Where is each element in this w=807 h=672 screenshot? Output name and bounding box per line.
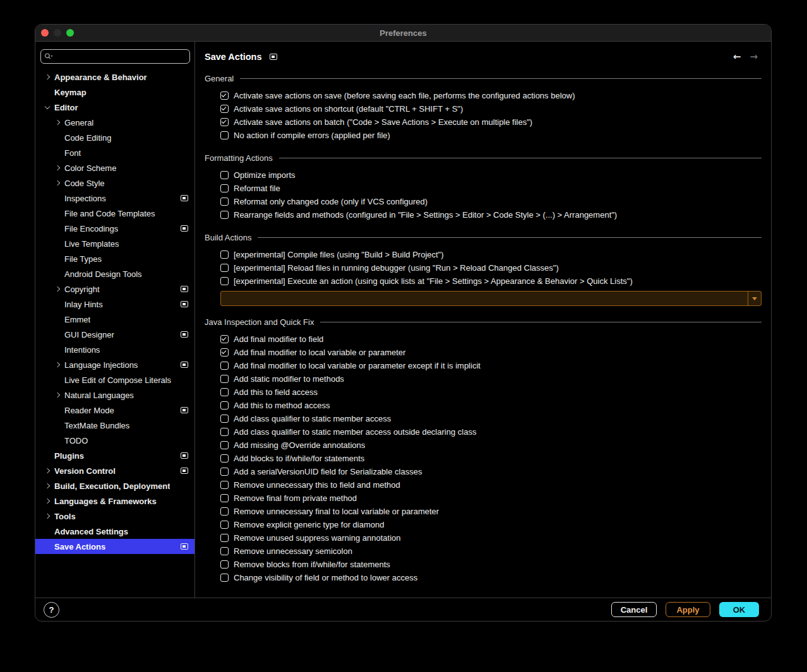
sidebar-item-languages-frameworks[interactable]: Languages & Frameworks <box>35 493 194 509</box>
sidebar-item-save-actions[interactable]: Save Actions <box>35 539 194 554</box>
checkbox-unchecked[interactable] <box>220 277 229 285</box>
sidebar-item-build-execution-deployment[interactable]: Build, Execution, Deployment <box>35 478 194 493</box>
sidebar-item-natural-languages[interactable]: Natural Languages <box>35 387 194 403</box>
checkbox-unchecked[interactable] <box>220 468 229 476</box>
checkbox-row-remove-unnecessary-final-to-local-variable-or-pa[interactable]: Remove unnecessary final to local variab… <box>220 505 762 518</box>
checkbox-row-add-a-serialversionuid-field-for-serializable-cl[interactable]: Add a serialVersionUID field for Seriali… <box>220 465 762 478</box>
checkbox-row-experimental-reload-files-in-running-debugger-us[interactable]: [experimental] Reload files in running d… <box>220 261 762 274</box>
checkbox-row-no-action-if-compile-errors-applied-per-file[interactable]: No action if compile errors (applied per… <box>220 129 762 142</box>
chevron-right-icon[interactable] <box>56 363 64 367</box>
checkbox-unchecked[interactable] <box>220 388 229 396</box>
sidebar-item-appearance-behavior[interactable]: Appearance & Behavior <box>35 69 194 85</box>
checkbox-unchecked[interactable] <box>220 441 229 449</box>
checkbox-unchecked[interactable] <box>220 171 229 179</box>
checkbox-row-experimental-compile-files-using-build-build-pro[interactable]: [experimental] Compile files (using "Bui… <box>220 248 762 261</box>
sidebar-item-plugins[interactable]: Plugins <box>35 448 194 463</box>
checkbox-unchecked[interactable] <box>220 401 229 410</box>
checkbox-unchecked[interactable] <box>220 481 229 489</box>
sidebar-item-file-types[interactable]: File Types <box>35 251 194 266</box>
checkbox-row-remove-unnecessary-this-to-field-and-method[interactable]: Remove unnecessary this to field and met… <box>220 478 762 492</box>
sidebar-item-copyright[interactable]: Copyright <box>35 281 194 297</box>
checkbox-row-add-final-modifier-to-local-variable-or-paramete[interactable]: Add final modifier to local variable or … <box>220 346 762 359</box>
sidebar-item-code-style[interactable]: Code Style <box>35 175 194 191</box>
checkbox-unchecked[interactable] <box>220 534 229 542</box>
chevron-right-icon[interactable] <box>56 287 64 291</box>
sidebar-item-todo[interactable]: TODO <box>35 433 194 448</box>
checkbox-row-add-this-to-method-access[interactable]: Add this to method access <box>220 399 762 412</box>
sidebar-item-live-templates[interactable]: Live Templates <box>35 236 194 251</box>
sidebar-item-editor[interactable]: Editor <box>35 100 194 115</box>
quick-list-dropdown[interactable] <box>220 291 762 306</box>
sidebar-item-emmet[interactable]: Emmet <box>35 312 194 327</box>
chevron-right-icon[interactable] <box>56 166 64 170</box>
checkbox-row-activate-save-actions-on-batch-code-save-actions[interactable]: Activate save actions on batch ("Code > … <box>220 115 762 129</box>
checkbox-unchecked[interactable] <box>220 362 229 370</box>
checkbox-unchecked[interactable] <box>220 184 229 192</box>
ok-button[interactable]: OK <box>719 602 759 617</box>
chevron-right-icon[interactable] <box>56 121 64 124</box>
back-arrow-icon[interactable]: ← <box>733 51 741 62</box>
checkbox-unchecked[interactable] <box>220 574 229 582</box>
checkbox-unchecked[interactable] <box>220 211 229 219</box>
sidebar-item-general[interactable]: General <box>35 115 194 130</box>
sidebar-item-keymap[interactable]: Keymap <box>35 85 194 100</box>
sidebar-item-textmate-bundles[interactable]: TextMate Bundles <box>35 418 194 433</box>
chevron-right-icon[interactable] <box>45 499 54 503</box>
forward-arrow-icon[interactable]: → <box>750 51 758 62</box>
checkbox-checked[interactable] <box>220 105 229 113</box>
cancel-button[interactable]: Cancel <box>611 602 657 617</box>
checkbox-row-activate-save-actions-on-shortcut-default-ctrl-s[interactable]: Activate save actions on shortcut (defau… <box>220 102 762 115</box>
checkbox-unchecked[interactable] <box>220 131 229 139</box>
sidebar-item-file-encodings[interactable]: File Encodings <box>35 221 194 236</box>
checkbox-row-experimental-execute-an-action-using-quick-lists[interactable]: [experimental] Execute an action (using … <box>220 274 762 288</box>
checkbox-checked[interactable] <box>220 91 229 100</box>
sidebar-item-advanced-settings[interactable]: Advanced Settings <box>35 524 194 539</box>
checkbox-unchecked[interactable] <box>220 197 229 206</box>
checkbox-unchecked[interactable] <box>220 560 229 569</box>
checkbox-row-activate-save-actions-on-save-before-saving-each[interactable]: Activate save actions on save (before sa… <box>220 89 762 102</box>
sidebar-item-reader-mode[interactable]: Reader Mode <box>35 403 194 418</box>
chevron-right-icon[interactable] <box>56 181 64 185</box>
chevron-down-icon[interactable] <box>45 107 54 109</box>
checkbox-unchecked[interactable] <box>220 507 229 516</box>
checkbox-row-add-final-modifier-to-field[interactable]: Add final modifier to field <box>220 333 762 346</box>
checkbox-row-remove-blocks-from-if-while-for-statements[interactable]: Remove blocks from if/while/for statemen… <box>220 558 762 571</box>
checkbox-row-remove-explicit-generic-type-for-diamond[interactable]: Remove explicit generic type for diamond <box>220 518 762 531</box>
sidebar-item-live-edit-of-compose-literals[interactable]: Live Edit of Compose Literals <box>35 372 194 387</box>
sidebar-item-font[interactable]: Font <box>35 145 194 160</box>
checkbox-unchecked[interactable] <box>220 521 229 529</box>
apply-button[interactable]: Apply <box>666 602 710 617</box>
checkbox-row-add-this-to-field-access[interactable]: Add this to field access <box>220 386 762 399</box>
checkbox-row-add-blocks-to-if-while-for-statements[interactable]: Add blocks to if/while/for statements <box>220 452 762 465</box>
checkbox-row-rearrange-fields-and-methods-configured-in-file-[interactable]: Rearrange fields and methods (configured… <box>220 208 762 221</box>
checkbox-row-add-static-modifier-to-methods[interactable]: Add static modifier to methods <box>220 372 762 386</box>
sidebar-item-gui-designer[interactable]: GUI Designer <box>35 327 194 342</box>
checkbox-checked[interactable] <box>220 118 229 126</box>
checkbox-unchecked[interactable] <box>220 264 229 272</box>
checkbox-checked[interactable] <box>220 335 229 343</box>
checkbox-row-remove-final-from-private-method[interactable]: Remove final from private method <box>220 492 762 505</box>
chevron-right-icon[interactable] <box>45 75 54 79</box>
checkbox-row-add-final-modifier-to-local-variable-or-paramete[interactable]: Add final modifier to local variable or … <box>220 359 762 372</box>
checkbox-unchecked[interactable] <box>220 547 229 555</box>
checkbox-row-change-visibility-of-field-or-method-to-lower-ac[interactable]: Change visibility of field or method to … <box>220 571 762 584</box>
checkbox-unchecked[interactable] <box>220 251 229 259</box>
checkbox-row-remove-unused-suppress-warning-annotation[interactable]: Remove unused suppress warning annotatio… <box>220 531 762 545</box>
checkbox-row-optimize-imports[interactable]: Optimize imports <box>220 168 762 182</box>
sidebar-item-inspections[interactable]: Inspections <box>35 191 194 206</box>
sidebar-item-color-scheme[interactable]: Color Scheme <box>35 160 194 175</box>
sidebar-item-file-and-code-templates[interactable]: File and Code Templates <box>35 206 194 221</box>
dropdown-arrow-button[interactable] <box>748 292 761 305</box>
sidebar-item-inlay-hints[interactable]: Inlay Hints <box>35 297 194 312</box>
checkbox-checked[interactable] <box>220 348 229 357</box>
search-input[interactable] <box>53 52 186 61</box>
search-field[interactable] <box>40 49 190 64</box>
checkbox-row-remove-unnecessary-semicolon[interactable]: Remove unnecessary semicolon <box>220 545 762 558</box>
checkbox-unchecked[interactable] <box>220 375 229 383</box>
sidebar-item-version-control[interactable]: Version Control <box>35 463 194 478</box>
checkbox-row-add-class-qualifier-to-static-member-access[interactable]: Add class qualifier to static member acc… <box>220 412 762 425</box>
checkbox-unchecked[interactable] <box>220 428 229 436</box>
sidebar-item-intentions[interactable]: Intentions <box>35 342 194 357</box>
checkbox-row-reformat-only-changed-code-only-if-vcs-configure[interactable]: Reformat only changed code (only if VCS … <box>220 195 762 208</box>
sidebar-item-language-injections[interactable]: Language Injections <box>35 357 194 372</box>
